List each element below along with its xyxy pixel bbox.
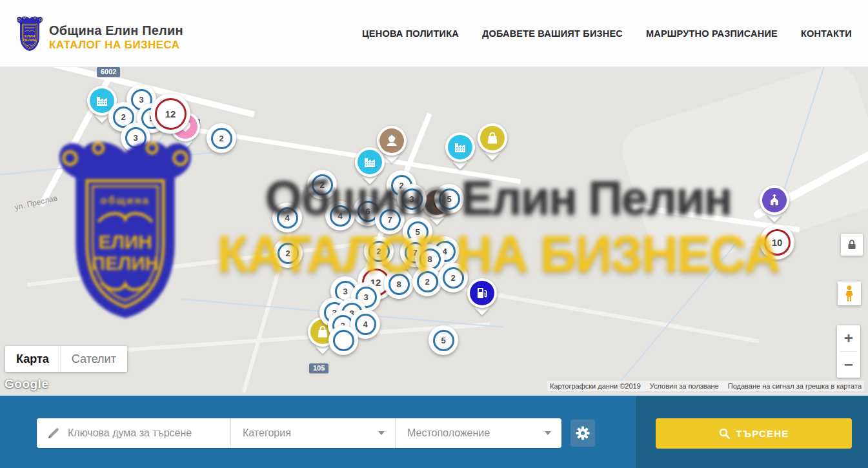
pencil-icon bbox=[46, 426, 61, 440]
bag-icon bbox=[480, 126, 505, 150]
gear-icon bbox=[576, 426, 590, 440]
lock-button[interactable] bbox=[841, 234, 863, 256]
main-nav: ЦЕНОВА ПОЛИТИКА ДОБАВЕТЕ ВАШИЯТ БИЗНЕС М… bbox=[362, 0, 852, 66]
factory-icon bbox=[448, 135, 472, 159]
cluster-count: 2 bbox=[211, 128, 232, 149]
watermark-shield-name2: ПЕЛИН bbox=[92, 252, 159, 274]
shield-logo-icon: община ЕЛИН ПЕЛИН bbox=[15, 15, 44, 53]
location-segment: Местоположение bbox=[395, 418, 561, 448]
search-button[interactable]: ТЪРСЕНЕ bbox=[656, 418, 852, 449]
svg-text:ЕЛИН: ЕЛИН bbox=[25, 34, 35, 38]
search-icon bbox=[719, 428, 730, 439]
cluster-marker[interactable] bbox=[328, 325, 358, 355]
category-segment: Категория bbox=[230, 418, 395, 448]
advanced-search-button[interactable] bbox=[570, 420, 595, 447]
pegman-button[interactable] bbox=[838, 281, 861, 305]
cluster-count: 4 bbox=[355, 314, 376, 335]
attribution-terms-link[interactable]: Условия за ползване bbox=[650, 382, 719, 390]
watermark-shield-name1: ЕЛИН bbox=[98, 231, 152, 252]
site-title: Община Елин Пелин bbox=[49, 23, 183, 38]
site-subtitle: КАТАЛОГ НА БИЗНЕСА bbox=[49, 39, 183, 52]
site-title-block[interactable]: Община Елин Пелин КАТАЛОГ НА БИЗНЕСА bbox=[49, 23, 183, 52]
cluster-count bbox=[333, 330, 354, 351]
header: община ЕЛИН ПЕЛИН Община Елин Пелин КАТА… bbox=[0, 0, 868, 66]
keyword-segment bbox=[37, 418, 230, 448]
zoom-out-button[interactable]: − bbox=[837, 352, 860, 378]
map-attribution: Картографски данни ©2019 Условия за полз… bbox=[547, 381, 864, 391]
search-input-group: Категория Местоположение bbox=[37, 418, 561, 448]
zoom-control: + − bbox=[837, 325, 860, 378]
google-map[interactable]: ул. Преславбул. „Новоселци" 6002105 3251… bbox=[0, 67, 868, 396]
fuel-icon bbox=[470, 281, 494, 305]
nav-pricing[interactable]: ЦЕНОВА ПОЛИТИКА bbox=[362, 28, 459, 39]
search-button-label: ТЪРСЕНЕ bbox=[736, 428, 789, 439]
watermark-title: Община Елин Пелин bbox=[214, 170, 782, 225]
cluster-count: 5 bbox=[433, 330, 454, 351]
cluster-marker[interactable]: 12 bbox=[150, 94, 190, 134]
attribution-report-link[interactable]: Подаване на сигнал за грешка в картата bbox=[728, 382, 862, 390]
search-bar: Категория Местоположение bbox=[0, 396, 868, 468]
chevron-down-icon bbox=[545, 431, 551, 435]
fuel-marker[interactable] bbox=[467, 278, 497, 317]
cluster-marker[interactable]: 5 bbox=[429, 325, 458, 355]
chevron-down-icon bbox=[378, 431, 385, 435]
cluster-count: 12 bbox=[155, 98, 187, 130]
nav-contacts[interactable]: КОНТАКТИ bbox=[801, 28, 852, 39]
road-sign: 105 bbox=[309, 363, 328, 373]
factory-marker[interactable] bbox=[445, 132, 475, 171]
map-road bbox=[454, 285, 760, 343]
google-logo[interactable]: Google bbox=[5, 377, 48, 391]
pegman-icon bbox=[844, 285, 854, 302]
page: община ЕЛИН ПЕЛИН Община Елин Пелин КАТА… bbox=[0, 0, 868, 468]
keyword-input[interactable] bbox=[37, 418, 230, 448]
location-select[interactable]: Местоположение bbox=[396, 418, 561, 448]
watermark-subtitle: КАТАЛОГ НА БИЗНЕСА bbox=[214, 225, 782, 284]
attribution-copyright: Картографски данни ©2019 bbox=[550, 382, 641, 390]
bag-marker[interactable] bbox=[478, 123, 507, 162]
worker-marker[interactable] bbox=[377, 126, 407, 165]
watermark-shield-word: община bbox=[101, 194, 150, 206]
category-select-value: Категория bbox=[243, 427, 291, 439]
svg-text:община: община bbox=[25, 26, 35, 29]
zoom-in-button[interactable]: + bbox=[837, 325, 860, 351]
cluster-marker[interactable]: 2 bbox=[207, 123, 236, 153]
lock-icon bbox=[847, 239, 856, 250]
nav-add-business[interactable]: ДОБАВЕТЕ ВАШИЯТ БИЗНЕС bbox=[482, 28, 623, 39]
map-type-control: Карта Сателит bbox=[5, 346, 127, 372]
svg-text:ПЕЛИН: ПЕЛИН bbox=[23, 38, 36, 42]
nav-route-schedule[interactable]: МАРШРУТНО РАЗПИСАНИЕ bbox=[646, 28, 778, 39]
municipality-logo[interactable]: община ЕЛИН ПЕЛИН bbox=[15, 15, 44, 53]
road-sign: 6002 bbox=[97, 67, 120, 77]
map-type-map-button[interactable]: Карта bbox=[5, 346, 60, 372]
category-select[interactable]: Категория bbox=[231, 418, 395, 448]
watermark-shield-logo: община ЕЛИН ПЕЛИН bbox=[48, 137, 202, 328]
worker-icon bbox=[379, 128, 404, 153]
location-select-value: Местоположение bbox=[407, 427, 490, 439]
map-type-satellite-button[interactable]: Сателит bbox=[60, 346, 127, 372]
